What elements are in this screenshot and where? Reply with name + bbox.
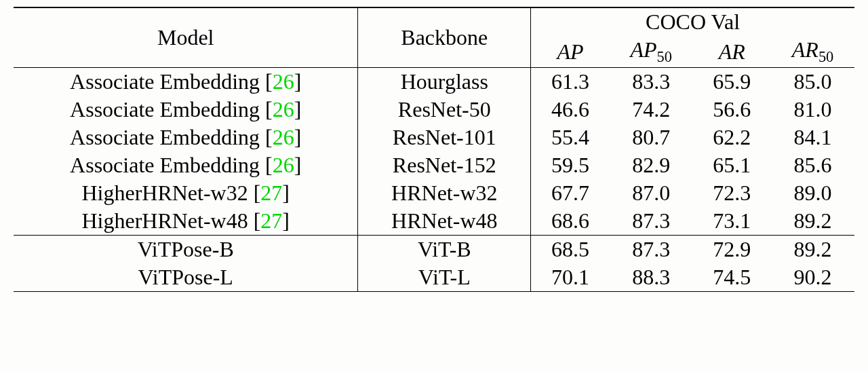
table-row: Associate Embedding [26]ResNet-10155.480… xyxy=(14,124,854,151)
cell-backbone: ResNet-152 xyxy=(358,151,531,179)
cell-ar: 73.1 xyxy=(693,207,771,236)
results-table: Model Backbone COCO Val AP AP50 AR AR50 … xyxy=(14,7,854,292)
cell-ap50: 82.9 xyxy=(610,151,693,179)
cell-ar: 72.9 xyxy=(693,236,771,264)
citation-link[interactable]: 26 xyxy=(273,125,294,149)
cell-ap50: 88.3 xyxy=(610,263,693,292)
cell-ar: 72.3 xyxy=(693,179,771,207)
cell-ar: 74.5 xyxy=(693,263,771,292)
citation-link[interactable]: 26 xyxy=(273,69,294,94)
cell-model: Associate Embedding [26] xyxy=(14,124,358,151)
cell-backbone: HRNet-w48 xyxy=(358,207,531,236)
cell-backbone: ResNet-101 xyxy=(358,124,531,151)
cell-ap: 68.6 xyxy=(531,207,610,236)
cell-ap: 70.1 xyxy=(531,263,610,292)
table-row: Associate Embedding [26]ResNet-15259.582… xyxy=(14,151,854,179)
col-model: Model xyxy=(14,7,358,68)
cell-ar50: 89.2 xyxy=(771,236,854,264)
cell-backbone: ViT-B xyxy=(358,236,531,264)
cell-ap: 61.3 xyxy=(531,68,610,96)
cell-model: ViTPose-B xyxy=(14,236,358,264)
cell-ap50: 74.2 xyxy=(610,96,693,124)
cell-model: ViTPose-L xyxy=(14,263,358,292)
cell-ar: 65.1 xyxy=(693,151,771,179)
cell-model: Associate Embedding [26] xyxy=(14,96,358,124)
cell-ap50: 87.0 xyxy=(610,179,693,207)
cell-ap: 55.4 xyxy=(531,124,610,151)
cell-ar: 62.2 xyxy=(693,124,771,151)
col-ap: AP xyxy=(531,36,610,68)
col-ar50: AR50 xyxy=(771,36,854,68)
cell-ar50: 85.6 xyxy=(771,151,854,179)
cell-model: Associate Embedding [26] xyxy=(14,68,358,96)
cell-ar50: 89.2 xyxy=(771,207,854,236)
cell-ar: 56.6 xyxy=(693,96,771,124)
table-row: Associate Embedding [26]Hourglass61.383.… xyxy=(14,68,854,96)
table-row: Associate Embedding [26]ResNet-5046.674.… xyxy=(14,96,854,124)
col-group-coco: COCO Val xyxy=(531,7,854,36)
cell-backbone: ResNet-50 xyxy=(358,96,531,124)
col-ap50: AP50 xyxy=(610,36,693,68)
cell-ap: 46.6 xyxy=(531,96,610,124)
cell-ar50: 89.0 xyxy=(771,179,854,207)
cell-ap: 59.5 xyxy=(531,151,610,179)
table-row: HigherHRNet-w32 [27]HRNet-w3267.787.072.… xyxy=(14,179,854,207)
citation-link[interactable]: 26 xyxy=(273,97,294,122)
cell-ar50: 84.1 xyxy=(771,124,854,151)
col-ar: AR xyxy=(693,36,771,68)
citation-link[interactable]: 27 xyxy=(260,208,282,233)
cell-model: HigherHRNet-w48 [27] xyxy=(14,207,358,236)
cell-ar50: 81.0 xyxy=(771,96,854,124)
citation-link[interactable]: 27 xyxy=(260,181,282,205)
table-row: ViTPose-BViT-B68.587.372.989.2 xyxy=(14,236,854,264)
cell-ap50: 80.7 xyxy=(610,124,693,151)
cell-ar50: 85.0 xyxy=(771,68,854,96)
cell-ap: 67.7 xyxy=(531,179,610,207)
cell-model: HigherHRNet-w32 [27] xyxy=(14,179,358,207)
cell-model: Associate Embedding [26] xyxy=(14,151,358,179)
cell-ap50: 83.3 xyxy=(610,68,693,96)
cell-ap50: 87.3 xyxy=(610,207,693,236)
cell-backbone: ViT-L xyxy=(358,263,531,292)
table-row: HigherHRNet-w48 [27]HRNet-w4868.687.373.… xyxy=(14,207,854,236)
table-row: ViTPose-LViT-L70.188.374.590.2 xyxy=(14,263,854,292)
cell-backbone: Hourglass xyxy=(358,68,531,96)
cell-ar50: 90.2 xyxy=(771,263,854,292)
cell-ar: 65.9 xyxy=(693,68,771,96)
citation-link[interactable]: 26 xyxy=(273,153,294,177)
cell-backbone: HRNet-w32 xyxy=(358,179,531,207)
col-backbone: Backbone xyxy=(358,7,531,68)
cell-ap50: 87.3 xyxy=(610,236,693,264)
cell-ap: 68.5 xyxy=(531,236,610,264)
